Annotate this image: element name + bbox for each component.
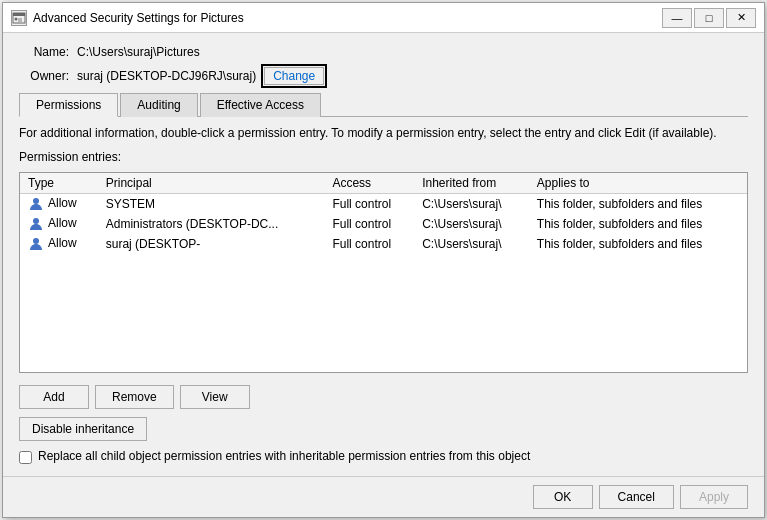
main-content: Name: C:\Users\suraj\Pictures Owner: sur… — [3, 33, 764, 476]
title-bar: Advanced Security Settings for Pictures … — [3, 3, 764, 33]
replace-checkbox[interactable] — [19, 451, 32, 464]
svg-point-4 — [33, 218, 39, 224]
cell-principal: Administrators (DESKTOP-DC... — [98, 214, 325, 234]
owner-value: suraj (DESKTOP-DCJ96RJ\suraj) — [77, 69, 256, 83]
name-label: Name: — [19, 45, 69, 59]
title-bar-buttons: — □ ✕ — [662, 8, 756, 28]
replace-checkbox-label: Replace all child object permission entr… — [38, 449, 530, 463]
user-icon — [28, 196, 44, 212]
table-row[interactable]: Allowsuraj (DESKTOP-Full controlC:\Users… — [20, 234, 747, 254]
table-row[interactable]: AllowSYSTEMFull controlC:\Users\suraj\Th… — [20, 193, 747, 214]
cell-applies: This folder, subfolders and files — [529, 234, 747, 254]
tab-effective-access[interactable]: Effective Access — [200, 93, 321, 117]
section-label: Permission entries: — [19, 150, 748, 164]
name-value: C:\Users\suraj\Pictures — [77, 45, 200, 59]
cell-principal: SYSTEM — [98, 193, 325, 214]
change-button[interactable]: Change — [264, 67, 324, 85]
cancel-button[interactable]: Cancel — [599, 485, 674, 509]
cell-access: Full control — [324, 193, 414, 214]
close-button[interactable]: ✕ — [726, 8, 756, 28]
advanced-security-window: Advanced Security Settings for Pictures … — [2, 2, 765, 518]
cell-access: Full control — [324, 214, 414, 234]
svg-point-5 — [33, 238, 39, 244]
instruction-text: For additional information, double-click… — [19, 125, 748, 142]
cell-inherited: C:\Users\suraj\ — [414, 214, 529, 234]
disable-inheritance-button[interactable]: Disable inheritance — [19, 417, 147, 441]
cell-access: Full control — [324, 234, 414, 254]
owner-row: Owner: suraj (DESKTOP-DCJ96RJ\suraj) Cha… — [19, 67, 748, 85]
cell-applies: This folder, subfolders and files — [529, 193, 747, 214]
window-icon — [11, 10, 27, 26]
col-type: Type — [20, 173, 98, 194]
svg-point-3 — [33, 198, 39, 204]
name-row: Name: C:\Users\suraj\Pictures — [19, 45, 748, 59]
dialog-footer: OK Cancel Apply — [3, 476, 764, 517]
owner-label: Owner: — [19, 69, 69, 83]
svg-rect-1 — [13, 13, 25, 16]
cell-inherited: C:\Users\suraj\ — [414, 193, 529, 214]
user-icon — [28, 236, 44, 252]
permissions-table: Type Principal Access Inherited from App… — [20, 173, 747, 254]
cell-applies: This folder, subfolders and files — [529, 214, 747, 234]
cell-type: Allow — [20, 234, 98, 254]
tabs-container: Permissions Auditing Effective Access — [19, 93, 748, 117]
bottom-buttons: Add Remove View — [19, 385, 748, 409]
ok-button[interactable]: OK — [533, 485, 593, 509]
svg-point-2 — [15, 17, 18, 20]
tab-auditing[interactable]: Auditing — [120, 93, 197, 117]
window-title: Advanced Security Settings for Pictures — [33, 11, 662, 25]
table-row[interactable]: AllowAdministrators (DESKTOP-DC...Full c… — [20, 214, 747, 234]
add-button[interactable]: Add — [19, 385, 89, 409]
col-principal: Principal — [98, 173, 325, 194]
cell-principal: suraj (DESKTOP- — [98, 234, 325, 254]
tab-permissions[interactable]: Permissions — [19, 93, 118, 117]
apply-button[interactable]: Apply — [680, 485, 748, 509]
remove-button[interactable]: Remove — [95, 385, 174, 409]
permissions-table-container: Type Principal Access Inherited from App… — [19, 172, 748, 373]
maximize-button[interactable]: □ — [694, 8, 724, 28]
replace-checkbox-row: Replace all child object permission entr… — [19, 449, 748, 464]
cell-inherited: C:\Users\suraj\ — [414, 234, 529, 254]
table-body: AllowSYSTEMFull controlC:\Users\suraj\Th… — [20, 193, 747, 254]
view-button[interactable]: View — [180, 385, 250, 409]
cell-type: Allow — [20, 214, 98, 234]
user-icon — [28, 216, 44, 232]
col-inherited: Inherited from — [414, 173, 529, 194]
cell-type: Allow — [20, 193, 98, 214]
col-applies: Applies to — [529, 173, 747, 194]
col-access: Access — [324, 173, 414, 194]
minimize-button[interactable]: — — [662, 8, 692, 28]
table-header-row: Type Principal Access Inherited from App… — [20, 173, 747, 194]
